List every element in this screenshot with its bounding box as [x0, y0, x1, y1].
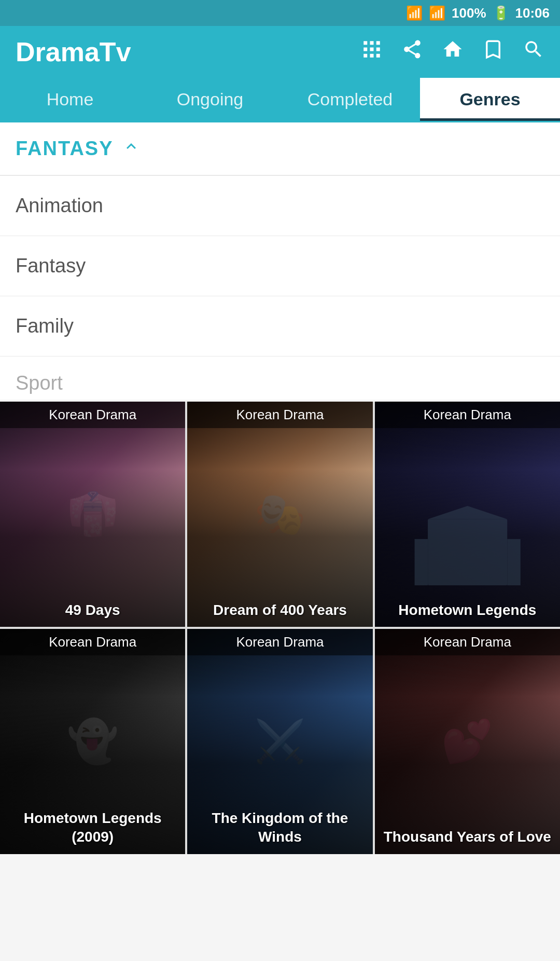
drama-title-6: Thousand Years of Love: [375, 820, 560, 854]
svg-rect-9: [428, 519, 507, 585]
header-icons: [361, 38, 544, 65]
drama-tag-6: Korean Drama: [375, 629, 560, 655]
genre-item-family[interactable]: Family: [0, 296, 560, 356]
nav-tabs: Home Ongoing Completed Genres: [0, 78, 560, 122]
drama-card-hometown1[interactable]: Korean Drama Hometown Legends: [375, 402, 560, 627]
drama-tag-1: Korean Drama: [0, 402, 185, 428]
home-icon[interactable]: [442, 38, 464, 65]
drama-title-3: Hometown Legends: [375, 594, 560, 627]
drama-tag-2: Korean Drama: [187, 402, 372, 428]
drama-title-5: The Kingdom of the Winds: [187, 802, 372, 854]
drama-tag-3: Korean Drama: [375, 402, 560, 428]
drama-tag-4: Korean Drama: [0, 629, 185, 655]
svg-rect-7: [370, 54, 374, 58]
drama-card-49days[interactable]: 👘 Korean Drama 49 Days: [0, 402, 185, 627]
svg-rect-11: [414, 539, 428, 585]
search-icon[interactable]: [523, 38, 544, 65]
drama-tag-5: Korean Drama: [187, 629, 372, 655]
drama-title-4: Hometown Legends (2009): [0, 802, 185, 854]
bookmark-icon[interactable]: [482, 38, 504, 65]
svg-marker-10: [428, 506, 507, 519]
drama-card-kingdom[interactable]: ⚔️ Korean Drama The Kingdom of the Winds: [187, 629, 372, 854]
svg-rect-8: [376, 54, 380, 58]
genre-header[interactable]: FANTASY: [0, 122, 560, 175]
svg-rect-3: [363, 48, 367, 51]
genre-list: Animation Fantasy Family Sport: [0, 176, 560, 400]
svg-rect-4: [370, 48, 374, 51]
status-bar: 📶 📶 100% 🔋 10:06: [0, 0, 560, 26]
app-title: DramaTv: [16, 36, 131, 67]
battery-text: 100%: [452, 5, 486, 21]
share-icon[interactable]: [401, 38, 423, 65]
tab-completed[interactable]: Completed: [280, 78, 420, 121]
time-display: 10:06: [515, 5, 550, 21]
genre-item-fantasy[interactable]: Fantasy: [0, 236, 560, 296]
drama-grid: 👘 Korean Drama 49 Days 🎭 Korean Drama Dr…: [0, 402, 560, 854]
grid-icon[interactable]: [361, 38, 383, 65]
tab-home[interactable]: Home: [0, 78, 140, 121]
svg-rect-0: [363, 41, 367, 45]
genre-header-label: FANTASY: [16, 138, 114, 160]
wifi-icon: 📶: [406, 5, 423, 21]
tab-genres[interactable]: Genres: [420, 78, 560, 121]
svg-rect-2: [376, 41, 380, 45]
drama-card-hometown2009[interactable]: 👻 Korean Drama Hometown Legends (2009): [0, 629, 185, 854]
drama-card-thousandyears[interactable]: 💕 Korean Drama Thousand Years of Love: [375, 629, 560, 854]
genre-item-animation[interactable]: Animation: [0, 176, 560, 236]
svg-rect-1: [370, 41, 374, 45]
drama-card-dream400[interactable]: 🎭 Korean Drama Dream of 400 Years: [187, 402, 372, 627]
battery-icon: 🔋: [493, 5, 509, 21]
svg-rect-5: [376, 48, 380, 51]
app-header: DramaTv: [0, 26, 560, 78]
svg-rect-12: [507, 539, 521, 585]
tab-ongoing[interactable]: Ongoing: [140, 78, 280, 121]
svg-rect-6: [363, 54, 367, 58]
genre-item-sport[interactable]: Sport: [0, 356, 560, 400]
drama-title-1: 49 Days: [0, 594, 185, 627]
signal-icon: 📶: [429, 5, 445, 21]
drama-title-2: Dream of 400 Years: [187, 594, 372, 627]
chevron-up-icon: [122, 137, 141, 160]
